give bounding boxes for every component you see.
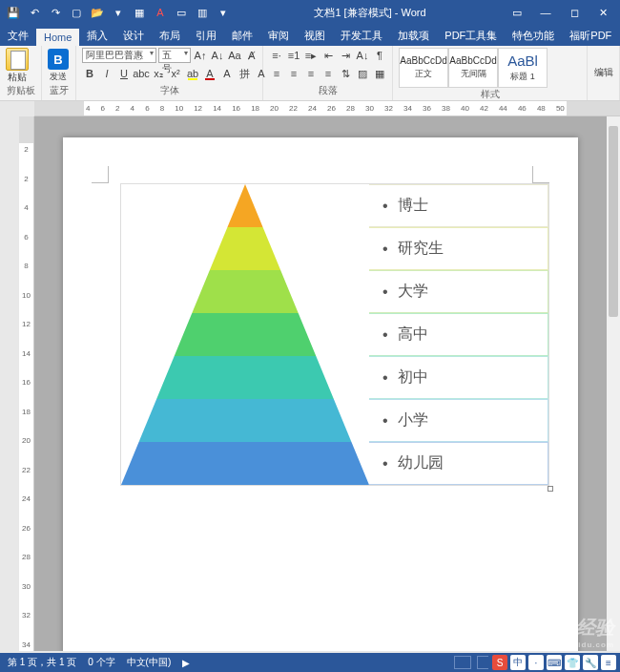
maximize-button[interactable]: ◻: [561, 3, 588, 22]
pyramid-segment[interactable]: [121, 227, 369, 270]
styles-gallery[interactable]: AaBbCcDd 正文 AaBbCcDd 无间隔 AaBl 标题 1: [399, 48, 548, 88]
redo-icon[interactable]: ↷: [48, 5, 63, 20]
ime-skin-icon[interactable]: 👕: [565, 655, 580, 670]
increase-indent-icon[interactable]: ⇥: [338, 48, 353, 63]
pyramid-row[interactable]: 大学: [121, 270, 548, 313]
style-heading1[interactable]: AaBl 标题 1: [498, 48, 548, 88]
style-normal[interactable]: AaBbCcDd 正文: [399, 48, 448, 88]
pyramid-segment[interactable]: [121, 184, 369, 227]
decrease-indent-icon[interactable]: ⇤: [320, 48, 336, 63]
pyramid-row[interactable]: 幼儿园: [121, 442, 548, 485]
qat-more-icon[interactable]: ▾: [111, 5, 126, 20]
tab-layout[interactable]: 布局: [152, 26, 188, 46]
underline-button[interactable]: U: [116, 66, 132, 81]
borders-icon[interactable]: ▦: [372, 66, 387, 81]
align-right-icon[interactable]: ≡: [303, 66, 319, 81]
phonetic-icon[interactable]: 拼: [237, 66, 252, 81]
open-icon[interactable]: 📂: [90, 5, 105, 20]
selection-handle[interactable]: [548, 486, 553, 492]
style-no-spacing[interactable]: AaBbCcDd 无间隔: [448, 48, 498, 88]
sort-icon[interactable]: A↓: [355, 48, 370, 63]
pyramid-row[interactable]: 初中: [121, 356, 548, 399]
pyramid-row[interactable]: 博士: [121, 184, 548, 227]
tab-mailings[interactable]: 邮件: [224, 26, 260, 46]
save-icon[interactable]: 💾: [6, 5, 21, 20]
macro-icon[interactable]: ▶: [182, 658, 190, 668]
line-spacing-icon[interactable]: ⇅: [338, 66, 353, 81]
tab-pdf-tools[interactable]: PDF工具集: [437, 26, 505, 46]
tab-references[interactable]: 引用: [188, 26, 224, 46]
text-effects-icon[interactable]: A: [219, 66, 235, 81]
table-icon[interactable]: ▦: [132, 5, 147, 20]
align-center-icon[interactable]: ≡: [286, 66, 301, 81]
pyramid-row[interactable]: 小学: [121, 399, 548, 442]
pyramid-label[interactable]: 初中: [369, 356, 548, 399]
tab-home[interactable]: Home: [36, 29, 79, 46]
ime-keyboard-icon[interactable]: ⌨: [547, 655, 562, 670]
tab-design[interactable]: 设计: [115, 26, 152, 46]
tab-file[interactable]: 文件: [0, 26, 36, 46]
bullets-icon[interactable]: ≡·: [269, 48, 284, 63]
pyramid-segment[interactable]: [121, 442, 369, 485]
ime-punct-icon[interactable]: ·: [528, 655, 544, 670]
page[interactable]: 博士研究生大学高中初中小学幼儿园: [63, 137, 578, 651]
ime-menu-icon[interactable]: ≡: [601, 655, 616, 670]
change-case-icon[interactable]: Aa: [227, 48, 242, 63]
pyramid-label[interactable]: 幼儿园: [369, 442, 548, 485]
font-name-combo[interactable]: 阿里巴巴普惠: [82, 48, 156, 63]
font-color-icon[interactable]: A: [202, 66, 217, 81]
pyramid-label[interactable]: 大学: [369, 270, 548, 313]
read-mode-icon[interactable]: [454, 656, 471, 669]
smartart-pyramid-list[interactable]: 博士研究生大学高中初中小学幼儿园: [120, 183, 549, 486]
shading-icon[interactable]: ▨: [355, 66, 370, 81]
numbering-icon[interactable]: ≡1: [286, 48, 301, 63]
bold-button[interactable]: B: [82, 66, 97, 81]
shrink-font-icon[interactable]: A↓: [210, 48, 225, 63]
new-icon[interactable]: ▢: [69, 5, 84, 20]
language-status[interactable]: 中文(中国): [127, 656, 172, 669]
justify-icon[interactable]: ≡: [320, 66, 336, 81]
pyramid-row[interactable]: 高中: [121, 313, 548, 356]
pyramid-segment[interactable]: [121, 313, 369, 356]
vertical-ruler[interactable]: 2246810121416182022242628303234: [19, 116, 34, 651]
align-left-icon[interactable]: ≡: [269, 66, 284, 81]
tab-insert[interactable]: 插入: [79, 26, 115, 46]
pyramid-label[interactable]: 博士: [369, 184, 548, 227]
qat-tool3-icon[interactable]: ▾: [216, 5, 231, 20]
qat-tool-icon[interactable]: ▭: [174, 5, 189, 20]
highlight-icon[interactable]: ab: [185, 66, 200, 81]
show-marks-icon[interactable]: ¶: [372, 48, 387, 63]
pyramid-row[interactable]: 研究生: [121, 227, 548, 270]
word-count[interactable]: 0 个字: [88, 656, 114, 669]
scrollbar-thumb[interactable]: [609, 126, 618, 317]
grow-font-icon[interactable]: A↑: [193, 48, 208, 63]
ime-sogou-icon[interactable]: S: [492, 655, 507, 670]
paste-button[interactable]: 粘贴: [6, 48, 29, 84]
tab-developer[interactable]: 开发工具: [333, 26, 390, 46]
bluetooth-send-button[interactable]: B 发送: [48, 49, 69, 83]
qat-tool2-icon[interactable]: ▥: [195, 5, 210, 20]
pyramid-label[interactable]: 小学: [369, 399, 548, 442]
vertical-scrollbar[interactable]: [607, 116, 620, 651]
pyramid-label[interactable]: 研究生: [369, 227, 548, 270]
document-area[interactable]: 博士研究生大学高中初中小学幼儿园: [34, 116, 607, 651]
ime-lang-button[interactable]: 中: [510, 655, 526, 670]
tab-review[interactable]: 审阅: [260, 26, 297, 46]
horizontal-ruler[interactable]: 4624681012141618202224262830323436384042…: [34, 101, 620, 116]
clear-format-icon[interactable]: A̸: [244, 48, 259, 63]
minimize-button[interactable]: —: [532, 3, 559, 22]
ribbon-options-icon[interactable]: ▭: [504, 3, 530, 22]
strike-button[interactable]: abc: [134, 66, 149, 81]
pyramid-segment[interactable]: [121, 270, 369, 313]
editing-dropdown[interactable]: 编辑: [594, 66, 613, 79]
pyramid-segment[interactable]: [121, 399, 369, 442]
close-button[interactable]: ✕: [589, 3, 616, 22]
page-count[interactable]: 第 1 页，共 1 页: [8, 656, 76, 669]
tab-addins[interactable]: 加载项: [390, 26, 437, 46]
pyramid-segment[interactable]: [121, 356, 369, 399]
pyramid-label[interactable]: 高中: [369, 313, 548, 356]
qat-a-icon[interactable]: A: [153, 5, 168, 20]
tab-features[interactable]: 特色功能: [505, 26, 562, 46]
undo-icon[interactable]: ↶: [27, 5, 42, 20]
tab-foxit[interactable]: 福昕PDF: [562, 26, 619, 46]
